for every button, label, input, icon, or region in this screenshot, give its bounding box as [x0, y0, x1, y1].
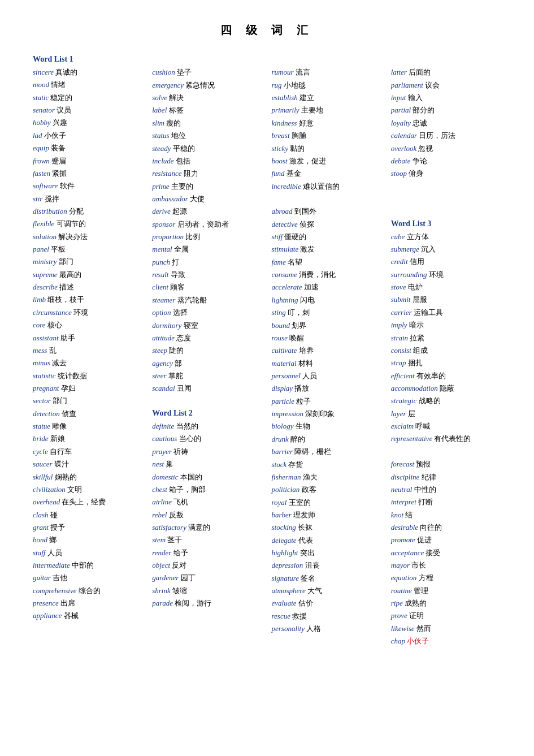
word-english: resistance	[152, 169, 183, 178]
word-entry: ambassador 大使	[152, 193, 262, 205]
word-english: slim	[152, 119, 166, 127]
column-1: Word List 1sincere 真诚的mood 情绪static 稳定的s…	[28, 54, 147, 648]
word-english: include	[152, 157, 176, 165]
word-english: cultivate	[272, 346, 299, 355]
word-chinese: 小地毯	[284, 81, 306, 89]
word-english: sincere	[33, 68, 55, 76]
spacer	[272, 54, 382, 66]
word-english: domestic	[152, 473, 180, 481]
word-entry: establish 建立	[272, 92, 382, 104]
word-chinese: 态度	[176, 334, 191, 342]
word-chinese: 祈祷	[173, 447, 188, 456]
word-chinese: 打	[172, 258, 179, 266]
word-english: discipline	[391, 473, 422, 481]
word-chinese: 议会	[425, 81, 440, 89]
word-chinese: 签名	[301, 574, 315, 582]
word-chinese: 层	[408, 409, 415, 418]
word-english: evaluate	[272, 599, 298, 607]
word-english: strap	[391, 358, 408, 367]
word-english: sponsor	[152, 220, 177, 228]
word-chinese: 给予	[173, 548, 188, 557]
word-entry: bound 划界	[272, 319, 382, 332]
word-chinese: 人员	[302, 371, 317, 380]
word-chinese: 激发，促进	[289, 157, 326, 165]
word-chinese: 忽视	[418, 144, 433, 153]
word-english: assistant	[33, 334, 60, 342]
word-chinese: 检阅，游行	[175, 599, 211, 607]
word-entry: chest 箱子，胸部	[152, 483, 262, 496]
word-english: display	[272, 384, 295, 392]
word-entry: interpret 打断	[391, 496, 501, 508]
word-chinese: 生物	[296, 422, 310, 430]
word-english: dormitory	[152, 321, 183, 330]
word-chinese: 顾客	[170, 283, 185, 291]
word-english: rescue	[272, 612, 293, 620]
word-entry: kindness 好意	[272, 117, 382, 129]
word-chinese: 捆扎	[408, 358, 423, 367]
word-english: distribution	[33, 207, 69, 215]
word-english: minus	[33, 358, 52, 367]
spacer	[391, 180, 501, 193]
word-entry: signature 签名	[272, 572, 382, 585]
word-entry: accommodation 隐蔽	[391, 382, 501, 395]
word-entry: rebel 反叛	[152, 509, 262, 521]
word-chinese: 忠诚	[413, 119, 427, 127]
word-chinese: 后面的	[409, 68, 431, 76]
word-entry: fisherman 渔夫	[272, 471, 382, 483]
word-entry: emergency 紧急情况	[152, 79, 262, 92]
word-entry: circumstance 环境	[33, 306, 143, 319]
word-chinese: 稳定的	[50, 93, 72, 102]
word-english: sting	[272, 308, 288, 317]
word-entry: shrink 皱缩	[152, 585, 262, 597]
word-entry: cultivate 培养	[272, 344, 382, 357]
word-english: flexible	[33, 219, 57, 228]
word-entry: surrounding 环境	[391, 269, 501, 281]
word-english: neutral	[391, 485, 414, 494]
word-chinese: 预报	[416, 460, 431, 468]
word-entry: scandal 丑闻	[152, 382, 262, 395]
word-english: steer	[152, 371, 168, 380]
word-chinese: 碟汁	[54, 460, 69, 468]
word-english: chap	[391, 637, 407, 645]
word-english: submerge	[391, 245, 421, 253]
word-entry: strain 拉紧	[391, 332, 501, 344]
word-entry: dormitory 寝室	[152, 319, 262, 332]
word-chinese: 粒子	[296, 397, 311, 405]
word-english: cube	[391, 232, 407, 241]
word-entry: barber 理发师	[272, 509, 382, 521]
word-english: latter	[391, 68, 409, 76]
column-4: latter 后面的parliament 议会input 输入partial 部…	[387, 54, 506, 648]
word-english: core	[33, 321, 47, 329]
word-english: debate	[391, 157, 413, 165]
word-english: input	[391, 93, 408, 102]
word-english: solve	[152, 93, 169, 102]
word-chinese: 激发	[300, 245, 315, 253]
word-chinese: 全属	[174, 245, 189, 253]
word-english: personality	[272, 624, 307, 633]
word-english: steamer	[152, 296, 177, 304]
word-english: equip	[33, 144, 51, 152]
word-english: stock	[272, 460, 289, 469]
word-english: detective	[272, 220, 299, 228]
word-entry: civilization 文明	[33, 483, 143, 496]
word-chinese: 当然的	[176, 422, 198, 430]
word-entry: submit 屈服	[391, 293, 501, 306]
word-english: interpret	[391, 498, 418, 506]
word-english: loyalty	[391, 119, 413, 127]
word-chinese: 中性的	[414, 485, 436, 494]
word-entry: politician 政客	[272, 483, 382, 496]
word-entry: desirable 向往的	[391, 521, 501, 534]
word-entry: efficient 有效率的	[391, 370, 501, 382]
spacer	[391, 54, 501, 66]
word-entry: derive 起源	[152, 205, 262, 218]
word-chinese: 估价	[298, 599, 313, 607]
word-entry: limb 细枝，枝干	[33, 293, 143, 306]
word-english: attitude	[152, 334, 176, 342]
word-english: object	[152, 561, 172, 569]
word-entry: supreme 最高的	[33, 269, 143, 281]
word-chinese: 闪电	[300, 296, 315, 304]
word-chinese: 僵硬的	[284, 232, 306, 241]
word-english: cautious	[152, 434, 179, 443]
word-list-title: Word List 3	[391, 219, 501, 228]
word-chinese: 人格	[306, 624, 321, 633]
